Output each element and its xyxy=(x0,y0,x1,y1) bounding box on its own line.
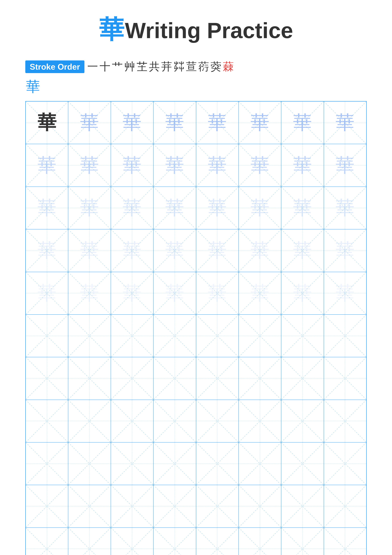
svg-line-157 xyxy=(281,485,324,527)
grid-cell-r1-c3[interactable]: 華 xyxy=(111,102,153,144)
cell-char: 華 xyxy=(335,280,355,306)
grid-cell-r8-c5[interactable] xyxy=(196,400,239,442)
grid-cell-r7-c8[interactable] xyxy=(324,357,366,400)
grid-cell-r4-c7[interactable]: 華 xyxy=(281,229,324,272)
grid-cell-r10-c4[interactable] xyxy=(153,485,196,527)
grid-cell-r11-c6[interactable] xyxy=(239,528,281,555)
grid-cell-r8-c8[interactable] xyxy=(324,400,366,442)
grid-cell-r5-c8[interactable]: 華 xyxy=(324,272,366,314)
grid-cell-r5-c3[interactable]: 華 xyxy=(111,272,153,314)
grid-cell-r8-c4[interactable] xyxy=(153,400,196,442)
grid-cell-r5-c5[interactable]: 華 xyxy=(196,272,239,314)
grid-cell-r2-c6[interactable]: 華 xyxy=(239,144,281,187)
svg-line-107 xyxy=(239,357,281,400)
diag-lines xyxy=(26,315,68,357)
grid-cell-r10-c7[interactable] xyxy=(281,485,324,527)
grid-cell-r6-c5[interactable] xyxy=(196,314,239,357)
grid-cell-r4-c8[interactable]: 華 xyxy=(324,229,366,272)
grid-cell-r9-c5[interactable] xyxy=(196,442,239,485)
grid-cell-r9-c3[interactable] xyxy=(111,442,153,485)
grid-cell-r5-c1[interactable]: 華 xyxy=(26,272,68,314)
grid-cell-r11-c2[interactable] xyxy=(68,528,111,555)
grid-cell-r7-c3[interactable] xyxy=(111,357,153,400)
grid-cell-r2-c8[interactable]: 華 xyxy=(324,144,366,187)
grid-cell-r5-c7[interactable]: 華 xyxy=(281,272,324,314)
grid-cell-r1-c8[interactable]: 華 xyxy=(324,102,366,144)
grid-cell-r11-c8[interactable] xyxy=(324,528,366,555)
grid-cell-r3-c4[interactable]: 華 xyxy=(153,187,196,229)
grid-cell-r11-c5[interactable] xyxy=(196,528,239,555)
grid-cell-r7-c2[interactable] xyxy=(68,357,111,400)
svg-line-136 xyxy=(196,443,238,485)
grid-cell-r8-c6[interactable] xyxy=(239,400,281,442)
grid-cell-r3-c1[interactable]: 華 xyxy=(26,187,68,229)
grid-cell-r9-c8[interactable] xyxy=(324,442,366,485)
grid-cell-r4-c4[interactable]: 華 xyxy=(153,229,196,272)
grid-cell-r3-c8[interactable]: 華 xyxy=(324,187,366,229)
grid-cell-r2-c2[interactable]: 華 xyxy=(68,144,111,187)
grid-cell-r6-c6[interactable] xyxy=(239,314,281,357)
grid-cell-r10-c6[interactable] xyxy=(239,485,281,527)
grid-cell-r2-c4[interactable]: 華 xyxy=(153,144,196,187)
grid-cell-r4-c3[interactable]: 華 xyxy=(111,229,153,272)
grid-cell-r5-c2[interactable]: 華 xyxy=(68,272,111,314)
grid-cell-r3-c3[interactable]: 華 xyxy=(111,187,153,229)
grid-cell-r7-c7[interactable] xyxy=(281,357,324,400)
grid-cell-r8-c7[interactable] xyxy=(281,400,324,442)
grid-cell-r3-c2[interactable]: 華 xyxy=(68,187,111,229)
grid-cell-r11-c4[interactable] xyxy=(153,528,196,555)
grid-cell-r1-c1[interactable]: 華 xyxy=(26,102,68,144)
stroke-7: 茾 xyxy=(161,59,172,74)
grid-cell-r3-c6[interactable]: 華 xyxy=(239,187,281,229)
grid-cell-r2-c5[interactable]: 華 xyxy=(196,144,239,187)
cell-char: 華 xyxy=(80,280,99,306)
grid-cell-r2-c1[interactable]: 華 xyxy=(26,144,68,187)
grid-cell-r10-c3[interactable] xyxy=(111,485,153,527)
grid-cell-r10-c5[interactable] xyxy=(196,485,239,527)
grid-cell-r3-c5[interactable]: 華 xyxy=(196,187,239,229)
grid-cell-r6-c1[interactable] xyxy=(26,314,68,357)
grid-cell-r1-c4[interactable]: 華 xyxy=(153,102,196,144)
grid-cell-r11-c3[interactable] xyxy=(111,528,153,555)
diag-lines xyxy=(196,400,238,442)
grid-cell-r1-c2[interactable]: 華 xyxy=(68,102,111,144)
grid-cell-r5-c4[interactable]: 華 xyxy=(153,272,196,314)
grid-cell-r1-c7[interactable]: 華 xyxy=(281,102,324,144)
grid-cell-r6-c4[interactable] xyxy=(153,314,196,357)
grid-cell-r4-c2[interactable]: 華 xyxy=(68,229,111,272)
grid-cell-r8-c1[interactable] xyxy=(26,400,68,442)
diag-lines xyxy=(281,528,324,555)
grid-cell-r1-c5[interactable]: 華 xyxy=(196,102,239,144)
grid-cell-r10-c8[interactable] xyxy=(324,485,366,527)
grid-cell-r4-c5[interactable]: 華 xyxy=(196,229,239,272)
grid-cell-r1-c6[interactable]: 華 xyxy=(239,102,281,144)
grid-cell-r6-c7[interactable] xyxy=(281,314,324,357)
grid-cell-r9-c1[interactable] xyxy=(26,442,68,485)
grid-cell-r11-c1[interactable] xyxy=(26,528,68,555)
grid-cell-r9-c6[interactable] xyxy=(239,442,281,485)
grid-cell-r2-c7[interactable]: 華 xyxy=(281,144,324,187)
grid-cell-r11-c7[interactable] xyxy=(281,528,324,555)
grid-cell-r7-c1[interactable] xyxy=(26,357,68,400)
grid-cell-r4-c6[interactable]: 華 xyxy=(239,229,281,272)
grid-cell-r3-c7[interactable]: 華 xyxy=(281,187,324,229)
grid-cell-r8-c3[interactable] xyxy=(111,400,153,442)
grid-cell-r10-c1[interactable] xyxy=(26,485,68,527)
grid-cell-r4-c1[interactable]: 華 xyxy=(26,229,68,272)
svg-line-101 xyxy=(111,357,153,400)
grid-cell-r7-c4[interactable] xyxy=(153,357,196,400)
grid-cell-r10-c2[interactable] xyxy=(68,485,111,527)
grid-cell-r7-c5[interactable] xyxy=(196,357,239,400)
grid-cell-r6-c2[interactable] xyxy=(68,314,111,357)
grid-cell-r7-c6[interactable] xyxy=(239,357,281,400)
grid-cell-r2-c3[interactable]: 華 xyxy=(111,144,153,187)
grid-cell-r8-c2[interactable] xyxy=(68,400,111,442)
grid-cell-r9-c4[interactable] xyxy=(153,442,196,485)
grid-cell-r5-c6[interactable]: 華 xyxy=(239,272,281,314)
svg-line-166 xyxy=(154,528,196,555)
grid-cell-r9-c2[interactable] xyxy=(68,442,111,485)
grid-cell-r9-c7[interactable] xyxy=(281,442,324,485)
grid-cell-r6-c8[interactable] xyxy=(324,314,366,357)
svg-line-135 xyxy=(154,443,196,485)
grid-cell-r6-c3[interactable] xyxy=(111,314,153,357)
